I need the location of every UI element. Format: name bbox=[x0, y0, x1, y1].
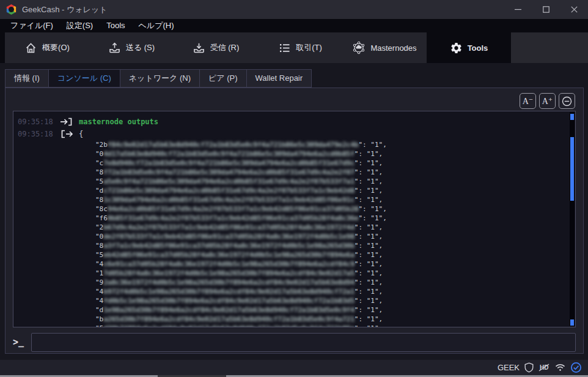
tools-sub-tabs: 情報 (I) コンソール (C) ネットワーク (N) ピア (P) Walle… bbox=[5, 69, 312, 88]
encryption-shield-icon bbox=[524, 362, 534, 373]
nav-tab-tools[interactable]: Tools bbox=[427, 32, 511, 63]
console-output-line: "2bf84c9e02d17a5b63e8d940cf72a1b83d5e0c9… bbox=[13, 140, 575, 149]
console-output-line: "8f72a1b83d5e0c9f4a721b86e5c309da4794e6a… bbox=[13, 168, 575, 177]
close-button[interactable] bbox=[560, 0, 588, 19]
console-request-icon bbox=[54, 118, 79, 126]
window-title: GeekCash - ウォレット bbox=[22, 4, 108, 15]
nav-tab-label: Masternodes bbox=[370, 43, 416, 53]
console-output-line: "8a3f7a1c9eb42d85f06e91ca37d05b28f4a8c36… bbox=[13, 241, 575, 250]
redacted-txid: 94e6a2cd0b85f31e67d9c4a2e2f07b533f7a1c9e… bbox=[108, 205, 359, 213]
console-entry: 09:35:18 { bbox=[13, 128, 575, 140]
menu-file[interactable]: ファイル(F) bbox=[4, 19, 60, 32]
console-output-line: "17d05b28f4a8c36e1972f4d0b5c1e98a265d30b… bbox=[13, 269, 575, 278]
title-bar: GeekCash - ウォレット bbox=[0, 0, 588, 19]
masternodes-icon bbox=[352, 41, 366, 54]
tab-information[interactable]: 情報 (I) bbox=[5, 69, 48, 88]
console-output-line: "4c6e91ca37d05b28f4a8c36e1972f4d0b5c1e98… bbox=[13, 259, 575, 269]
redacted-txid: c721b86e5c309da4794e6a2cd0b85f31e67d9c4a… bbox=[103, 187, 355, 195]
redacted-txid: 2a8c36e1972f4d0b5c1e98a265d30b7f894e6a2c… bbox=[103, 278, 355, 286]
timestamp: 09:35:18 bbox=[18, 118, 54, 126]
unit-display: GEEK bbox=[498, 363, 520, 372]
nav-tab-masternodes[interactable]: Masternodes bbox=[342, 32, 427, 63]
console-output-line: "5eb42d85f06e91ca37d05b28f4a8c36e1972f4d… bbox=[13, 250, 575, 259]
redacted-txid: de2f07b533f7a1c9eb42d85f06e91ca37d05b28f… bbox=[103, 233, 355, 241]
console-output-line: "92a8c36e1972f4d0b5c1e98a265d30b7f894e6a… bbox=[13, 278, 575, 287]
redacted-txid: 4d17a5b63e8d940cf72a1b83d5e0c9f4a721b86e… bbox=[103, 150, 355, 158]
redacted-txid: f72a1b83d5e0c9f4a721b86e5c309da4794e6a2c… bbox=[103, 168, 355, 176]
console-pane: A⁻ A⁺ 09:35:18 masternode outpu bbox=[5, 88, 584, 354]
console-prompt-icon: >_ bbox=[13, 337, 31, 348]
console-output-line: "0de2f07b533f7a1c9eb42d85f06e91ca37d05b2… bbox=[13, 232, 575, 241]
console-output-line: "5a5e0c9f4a721b86e5c309da4794e6a2cd0b85f… bbox=[13, 177, 575, 186]
redacted-txid: a3f7a1c9eb42d85f06e91ca37d05b28f4a8c36e1… bbox=[103, 242, 355, 250]
font-smaller-button[interactable]: A⁻ bbox=[520, 93, 536, 109]
clear-console-icon bbox=[562, 96, 572, 106]
font-bigger-button[interactable]: A⁺ bbox=[539, 93, 556, 109]
redacted-txid: b67d9c4a2e2f07b533f7a1c9eb42d85f06e91ca3… bbox=[103, 223, 355, 231]
console-output-line: "d1e98a265d30b7f894e6a2cdf84c9e02d17a5b6… bbox=[13, 305, 575, 315]
redacted-txid: b972f4d0b5c1e98a265d30b7f894e6a2cdf84c9e… bbox=[103, 288, 355, 296]
nav-tab-receive[interactable]: 受信 (R) bbox=[174, 32, 258, 63]
redacted-txid: d30b7f894e6a2cdf84c9e02d17a5b63e8d940cf7… bbox=[103, 324, 355, 327]
console-reply-icon bbox=[54, 130, 79, 138]
nav-tab-label: 受信 (R) bbox=[210, 42, 240, 53]
clear-console-button[interactable] bbox=[559, 93, 575, 109]
timestamp: 09:35:18 bbox=[18, 130, 54, 138]
menu-help[interactable]: ヘルプ(H) bbox=[132, 19, 181, 32]
console-output-line: "4b972f4d0b5c1e98a265d30b7f894e6a2cdf84c… bbox=[13, 287, 575, 296]
main-nav-bar: 概要(O) 送る (S) 受信 (R) 取引(T) bbox=[0, 32, 588, 63]
menu-tools[interactable]: Tools bbox=[100, 19, 131, 32]
console-output-line: "04d17a5b63e8d940cf72a1b83d5e0c9f4a721b8… bbox=[13, 149, 575, 159]
scrollbar-up-button[interactable] bbox=[570, 114, 574, 120]
maximize-button[interactable] bbox=[532, 0, 560, 19]
console-output[interactable]: 09:35:18 masternode outputs 09:35:18 bbox=[13, 111, 576, 327]
redacted-txid: 7d05b28f4a8c36e1972f4d0b5c1e98a265d30b7f… bbox=[103, 269, 355, 277]
console-output-line: "c7e8d940cf72a1b83d5e0c9f4a721b86e5c309d… bbox=[13, 159, 575, 168]
redacted-txid: eb42d85f06e91ca37d05b28f4a8c36e1972f4d0b… bbox=[103, 251, 355, 259]
scrollbar-thumb[interactable] bbox=[570, 137, 574, 201]
nav-tab-transactions[interactable]: 取引(T) bbox=[258, 32, 342, 63]
console-command-text: masternode outputs bbox=[79, 118, 158, 126]
window-controls bbox=[504, 0, 588, 19]
redacted-txid: 1c309da4794e6a2cd0b85f31e67d9c4a2e2f07b5… bbox=[103, 196, 355, 204]
console-command-input[interactable] bbox=[31, 333, 576, 352]
nav-tab-send[interactable]: 送る (S) bbox=[89, 32, 174, 63]
redacted-txid: a5e0c9f4a721b86e5c309da4794e6a2cd0b85f31… bbox=[103, 177, 355, 185]
minimize-icon bbox=[515, 6, 521, 13]
send-icon bbox=[108, 42, 121, 54]
gear-icon bbox=[450, 42, 463, 54]
console-output-line: "8c94e6a2cd0b85f31e67d9c4a2e2f07b533f7a1… bbox=[13, 204, 575, 214]
tab-network[interactable]: ネットワーク (N) bbox=[120, 69, 199, 88]
console-input-row: >_ bbox=[13, 332, 576, 352]
maximize-icon bbox=[543, 6, 549, 13]
tab-peers[interactable]: ピア (P) bbox=[199, 69, 246, 88]
console-reply-text: { bbox=[79, 130, 83, 138]
redacted-txid: c6e91ca37d05b28f4a8c36e1972f4d0b5c1e98a2… bbox=[103, 260, 355, 268]
console-output-line: "4fd0b5c1e98a265d30b7f894e6a2cdf84c9e02d… bbox=[13, 296, 575, 305]
redacted-txid: a265d30b7f894e6a2cdf84c9e02d17a5b63e8d94… bbox=[103, 315, 355, 323]
close-icon bbox=[571, 6, 578, 13]
redacted-txid: 7e8d940cf72a1b83d5e0c9f4a721b86e5c309da4… bbox=[103, 159, 355, 167]
console-output-line: "f60b85f31e67d9c4a2e2f07b533f7a1c9eb42d8… bbox=[13, 214, 575, 223]
sync-check-icon bbox=[570, 362, 582, 373]
tab-wallet-repair[interactable]: Wallet Repair bbox=[246, 69, 312, 88]
redacted-txid: 0b85f31e67d9c4a2e2f07b533f7a1c9eb42d85f0… bbox=[108, 214, 359, 222]
status-bar: GEEK HD bbox=[0, 360, 588, 375]
console-output-line: "5d30b7f894e6a2cdf84c9e02d17a5b63e8d940c… bbox=[13, 324, 575, 327]
console-scrollbar[interactable] bbox=[570, 112, 575, 326]
redacted-txid: 1e98a265d30b7f894e6a2cdf84c9e02d17a5b63e… bbox=[103, 306, 355, 314]
nav-tab-label: 取引(T) bbox=[296, 42, 322, 53]
nav-tab-label: 概要(O) bbox=[42, 42, 70, 53]
tools-page: 情報 (I) コンソール (C) ネットワーク (N) ピア (P) Walle… bbox=[0, 63, 588, 360]
nav-tab-overview[interactable]: 概要(O) bbox=[5, 32, 89, 63]
minimize-button[interactable] bbox=[504, 0, 532, 19]
scrollbar-down-button[interactable] bbox=[570, 319, 574, 326]
menu-settings[interactable]: 設定(S) bbox=[60, 19, 100, 32]
menu-bar: ファイル(F) 設定(S) Tools ヘルプ(H) bbox=[0, 19, 588, 32]
console-output-line: "81c309da4794e6a2cd0b85f31e67d9c4a2e2f07… bbox=[13, 195, 575, 204]
tab-console[interactable]: コンソール (C) bbox=[48, 69, 120, 88]
connections-signal-icon bbox=[555, 364, 565, 371]
console-output-line: "2b67d9c4a2e2f07b533f7a1c9eb42d85f06e91c… bbox=[13, 223, 575, 232]
nav-tab-label: Tools bbox=[468, 43, 488, 53]
console-toolbar: A⁻ A⁺ bbox=[520, 93, 575, 109]
